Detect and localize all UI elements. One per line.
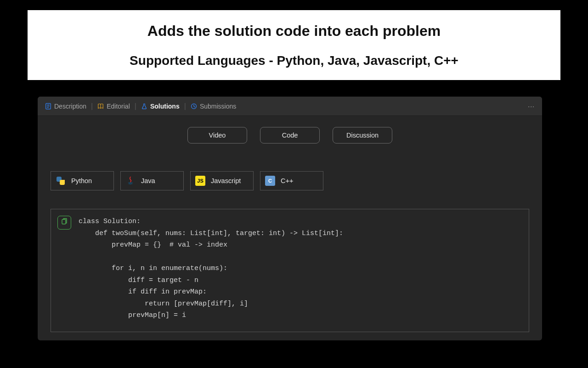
language-python-button[interactable]: Python [51, 171, 114, 190]
tab-label: Solutions [150, 103, 180, 110]
language-label: Python [71, 177, 92, 184]
flask-icon [141, 103, 147, 109]
language-label: Javascript [211, 177, 241, 184]
copy-icon [61, 218, 68, 227]
tab-label: Submissions [200, 103, 236, 110]
tab-bar: Description | Editorial | Solutions | Su… [38, 97, 542, 116]
language-row: Python Java JS Javascript C C++ [51, 171, 542, 190]
tab-label: Description [54, 103, 86, 110]
cpp-icon: C [265, 176, 275, 186]
tab-separator: | [135, 102, 136, 110]
video-button[interactable]: Video [187, 127, 247, 144]
tab-label: Editorial [107, 103, 130, 110]
book-icon [97, 103, 104, 109]
tab-description[interactable]: Description [45, 103, 86, 110]
ide-window: Description | Editorial | Solutions | Su… [38, 97, 542, 340]
description-icon [45, 103, 51, 109]
filter-row: Video Code Discussion [38, 127, 542, 144]
language-java-button[interactable]: Java [120, 171, 184, 190]
javascript-icon: JS [195, 176, 205, 186]
banner-title: Adds the solution code into each problem [147, 23, 441, 40]
clock-icon [191, 103, 197, 109]
tab-separator: | [91, 102, 93, 110]
tab-editorial[interactable]: Editorial [97, 103, 130, 110]
banner: Adds the solution code into each problem… [28, 10, 560, 80]
svg-rect-6 [62, 219, 66, 224]
language-cpp-button[interactable]: C C++ [260, 171, 323, 190]
tab-solutions[interactable]: Solutions [141, 103, 180, 110]
banner-subtitle: Supported Languages - Python, Java, Java… [130, 53, 458, 68]
tab-separator: | [184, 102, 186, 110]
discussion-button[interactable]: Discussion [333, 127, 392, 144]
language-javascript-button[interactable]: JS Javascript [190, 171, 254, 190]
java-icon [125, 176, 136, 186]
python-icon [56, 176, 66, 186]
tab-submissions[interactable]: Submissions [191, 103, 236, 110]
language-label: Java [141, 177, 155, 184]
code-box: class Solution: def twoSum(self, nums: L… [51, 209, 529, 332]
more-button[interactable]: ··· [528, 103, 535, 110]
code-button[interactable]: Code [260, 127, 320, 144]
copy-button[interactable] [57, 216, 71, 230]
language-label: C++ [281, 177, 293, 184]
code-content: class Solution: def twoSum(self, nums: L… [79, 216, 343, 325]
